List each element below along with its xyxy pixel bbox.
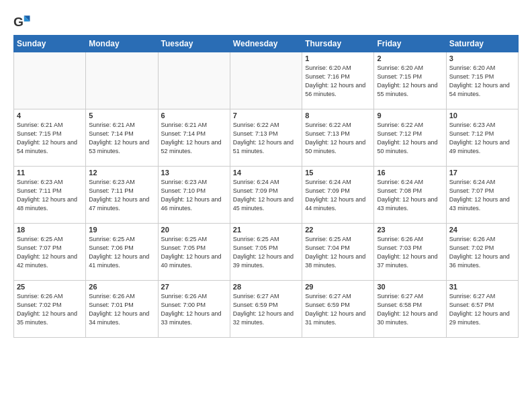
day-info: Sunrise: 6:22 AMSunset: 7:13 PMDaylight:…: [233, 121, 299, 156]
day-info: Sunrise: 6:26 AMSunset: 7:02 PMDaylight:…: [17, 292, 83, 327]
calendar-cell: 11Sunrise: 6:23 AMSunset: 7:11 PMDayligh…: [14, 167, 86, 224]
calendar-cell: 27Sunrise: 6:26 AMSunset: 7:00 PMDayligh…: [158, 281, 230, 338]
day-number: 11: [17, 169, 83, 177]
day-info: Sunrise: 6:25 AMSunset: 7:07 PMDaylight:…: [17, 235, 83, 270]
day-info: Sunrise: 6:25 AMSunset: 7:04 PMDaylight:…: [305, 235, 371, 270]
calendar-cell: 3Sunrise: 6:20 AMSunset: 7:15 PMDaylight…: [446, 52, 518, 109]
calendar-cell: 10Sunrise: 6:23 AMSunset: 7:12 PMDayligh…: [446, 109, 518, 167]
day-info: Sunrise: 6:22 AMSunset: 7:12 PMDaylight:…: [377, 121, 443, 156]
day-number: 3: [449, 54, 515, 62]
day-info: Sunrise: 6:23 AMSunset: 7:12 PMDaylight:…: [449, 121, 515, 156]
day-info: Sunrise: 6:26 AMSunset: 7:03 PMDaylight:…: [377, 235, 443, 270]
weekday-header-saturday: Saturday: [446, 36, 518, 52]
calendar-cell: [158, 52, 230, 109]
week-row-3: 11Sunrise: 6:23 AMSunset: 7:11 PMDayligh…: [14, 167, 519, 224]
day-info: Sunrise: 6:24 AMSunset: 7:08 PMDaylight:…: [377, 178, 443, 213]
weekday-header-monday: Monday: [86, 36, 158, 52]
day-number: 25: [17, 283, 83, 291]
day-number: 1: [305, 54, 371, 62]
calendar-cell: 21Sunrise: 6:25 AMSunset: 7:05 PMDayligh…: [230, 224, 302, 281]
day-info: Sunrise: 6:26 AMSunset: 7:02 PMDaylight:…: [449, 235, 515, 270]
day-info: Sunrise: 6:25 AMSunset: 7:05 PMDaylight:…: [233, 235, 299, 270]
day-info: Sunrise: 6:22 AMSunset: 7:13 PMDaylight:…: [305, 121, 371, 156]
day-info: Sunrise: 6:23 AMSunset: 7:10 PMDaylight:…: [161, 178, 227, 213]
calendar-cell: 17Sunrise: 6:24 AMSunset: 7:07 PMDayligh…: [446, 167, 518, 224]
calendar-cell: 5Sunrise: 6:21 AMSunset: 7:14 PMDaylight…: [86, 109, 158, 167]
calendar-cell: 22Sunrise: 6:25 AMSunset: 7:04 PMDayligh…: [302, 224, 374, 281]
day-info: Sunrise: 6:23 AMSunset: 7:11 PMDaylight:…: [17, 178, 83, 213]
calendar-cell: 15Sunrise: 6:24 AMSunset: 7:09 PMDayligh…: [302, 167, 374, 224]
calendar-cell: 4Sunrise: 6:21 AMSunset: 7:15 PMDaylight…: [14, 109, 86, 167]
day-info: Sunrise: 6:20 AMSunset: 7:16 PMDaylight:…: [305, 64, 371, 99]
day-info: Sunrise: 6:26 AMSunset: 7:01 PMDaylight:…: [89, 292, 154, 327]
calendar-cell: 25Sunrise: 6:26 AMSunset: 7:02 PMDayligh…: [14, 281, 86, 338]
calendar-cell: 9Sunrise: 6:22 AMSunset: 7:12 PMDaylight…: [374, 109, 446, 167]
weekday-header-friday: Friday: [374, 36, 446, 52]
calendar-cell: 1Sunrise: 6:20 AMSunset: 7:16 PMDaylight…: [302, 52, 374, 109]
calendar-cell: 31Sunrise: 6:27 AMSunset: 6:57 PMDayligh…: [446, 281, 518, 338]
week-row-1: 1Sunrise: 6:20 AMSunset: 7:16 PMDaylight…: [14, 52, 519, 109]
day-number: 4: [17, 111, 83, 120]
calendar-cell: 12Sunrise: 6:23 AMSunset: 7:11 PMDayligh…: [86, 167, 158, 224]
calendar-cell: 14Sunrise: 6:24 AMSunset: 7:09 PMDayligh…: [230, 167, 302, 224]
day-info: Sunrise: 6:24 AMSunset: 7:07 PMDaylight:…: [449, 178, 515, 213]
calendar-cell: 28Sunrise: 6:27 AMSunset: 6:59 PMDayligh…: [230, 281, 302, 338]
day-number: 5: [89, 111, 154, 120]
day-number: 28: [233, 283, 299, 291]
calendar-cell: 2Sunrise: 6:20 AMSunset: 7:15 PMDaylight…: [374, 52, 446, 109]
calendar-cell: 19Sunrise: 6:25 AMSunset: 7:06 PMDayligh…: [86, 224, 158, 281]
day-number: 15: [305, 169, 371, 177]
day-info: Sunrise: 6:24 AMSunset: 7:09 PMDaylight:…: [233, 178, 299, 213]
calendar-cell: 7Sunrise: 6:22 AMSunset: 7:13 PMDaylight…: [230, 109, 302, 167]
logo: G: [13, 12, 35, 31]
header: G: [13, 12, 519, 31]
day-number: 30: [377, 283, 443, 291]
day-info: Sunrise: 6:25 AMSunset: 7:06 PMDaylight:…: [89, 235, 154, 270]
calendar-cell: 29Sunrise: 6:27 AMSunset: 6:59 PMDayligh…: [302, 281, 374, 338]
week-row-2: 4Sunrise: 6:21 AMSunset: 7:15 PMDaylight…: [14, 109, 519, 167]
weekday-header-row: SundayMondayTuesdayWednesdayThursdayFrid…: [14, 36, 519, 52]
week-row-4: 18Sunrise: 6:25 AMSunset: 7:07 PMDayligh…: [14, 224, 519, 281]
day-number: 22: [305, 226, 371, 234]
logo-icon: G: [13, 12, 32, 31]
day-info: Sunrise: 6:24 AMSunset: 7:09 PMDaylight:…: [305, 178, 371, 213]
calendar-cell: 30Sunrise: 6:27 AMSunset: 6:58 PMDayligh…: [374, 281, 446, 338]
day-number: 16: [377, 169, 443, 177]
svg-text:G: G: [13, 15, 24, 29]
day-info: Sunrise: 6:26 AMSunset: 7:00 PMDaylight:…: [161, 292, 227, 327]
calendar-cell: 23Sunrise: 6:26 AMSunset: 7:03 PMDayligh…: [374, 224, 446, 281]
day-number: 24: [449, 226, 515, 234]
day-number: 6: [161, 111, 227, 120]
day-number: 14: [233, 169, 299, 177]
day-info: Sunrise: 6:21 AMSunset: 7:15 PMDaylight:…: [17, 121, 83, 156]
calendar-cell: 6Sunrise: 6:21 AMSunset: 7:14 PMDaylight…: [158, 109, 230, 167]
calendar-cell: 18Sunrise: 6:25 AMSunset: 7:07 PMDayligh…: [14, 224, 86, 281]
weekday-header-tuesday: Tuesday: [158, 36, 230, 52]
day-number: 12: [89, 169, 154, 177]
day-info: Sunrise: 6:21 AMSunset: 7:14 PMDaylight:…: [89, 121, 154, 156]
weekday-header-thursday: Thursday: [302, 36, 374, 52]
day-number: 9: [377, 111, 443, 120]
day-info: Sunrise: 6:27 AMSunset: 6:57 PMDaylight:…: [449, 292, 515, 327]
day-number: 29: [305, 283, 371, 291]
calendar-cell: [230, 52, 302, 109]
calendar-cell: [86, 52, 158, 109]
day-number: 23: [377, 226, 443, 234]
calendar-cell: 26Sunrise: 6:26 AMSunset: 7:01 PMDayligh…: [86, 281, 158, 338]
day-number: 2: [377, 54, 443, 62]
day-number: 7: [233, 111, 299, 120]
day-number: 19: [89, 226, 154, 234]
day-number: 10: [449, 111, 515, 120]
day-number: 18: [17, 226, 83, 234]
day-number: 21: [233, 226, 299, 234]
calendar-cell: 20Sunrise: 6:25 AMSunset: 7:05 PMDayligh…: [158, 224, 230, 281]
calendar-cell: [14, 52, 86, 109]
page: G SundayMondayTuesdayWednesdayThursdayFr…: [0, 0, 532, 345]
day-info: Sunrise: 6:20 AMSunset: 7:15 PMDaylight:…: [449, 64, 515, 99]
day-info: Sunrise: 6:27 AMSunset: 6:59 PMDaylight:…: [305, 292, 371, 327]
week-row-5: 25Sunrise: 6:26 AMSunset: 7:02 PMDayligh…: [14, 281, 519, 338]
day-number: 13: [161, 169, 227, 177]
calendar-cell: 16Sunrise: 6:24 AMSunset: 7:08 PMDayligh…: [374, 167, 446, 224]
day-info: Sunrise: 6:23 AMSunset: 7:11 PMDaylight:…: [89, 178, 154, 213]
day-number: 26: [89, 283, 154, 291]
